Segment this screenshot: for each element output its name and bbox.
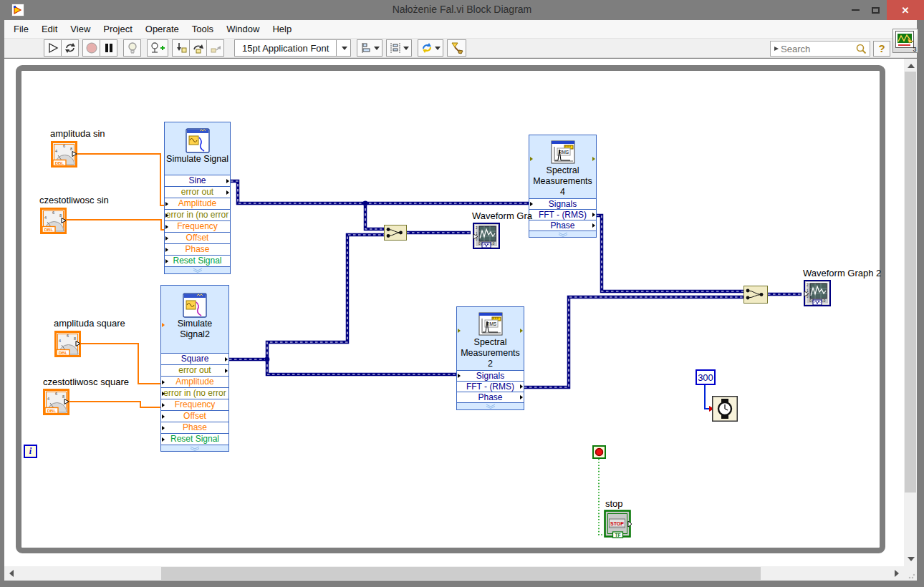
highlight-execution-button[interactable] — [123, 39, 141, 57]
terminal-fft-rms[interactable]: FFT - (RMS) — [456, 381, 524, 392]
run-continuously-button[interactable] — [61, 39, 79, 57]
font-selector-dropdown[interactable] — [336, 40, 350, 56]
menu-help[interactable]: Help — [266, 20, 298, 39]
terminal-error-out[interactable]: error out — [164, 186, 231, 198]
terminal-amplitude[interactable]: Amplitude — [160, 376, 229, 388]
terminal-error-in[interactable]: error in (no error — [160, 387, 229, 399]
terminal-phase[interactable]: Phase — [456, 392, 524, 403]
control-czestotliwosc-square[interactable]: 2 4 6 8 DBL — [43, 389, 69, 418]
pause-button[interactable] — [100, 39, 117, 57]
terminal-reset-signal[interactable]: Reset Signal — [164, 255, 231, 267]
scroll-down-icon[interactable] — [908, 557, 915, 561]
loop-condition-terminal[interactable] — [592, 445, 606, 462]
control-czestotliwosc-sin[interactable]: 2 4 6 8 DBL — [40, 208, 67, 237]
terminal-frequency[interactable]: Frequency — [160, 399, 229, 411]
search-input[interactable] — [779, 43, 855, 55]
control-amplituda-square[interactable]: 2 4 6 8 DBL — [54, 331, 81, 360]
chevron-down-icon — [342, 47, 347, 50]
terminal-signals[interactable]: Signals — [456, 370, 524, 382]
terminal-phase[interactable]: Phase — [529, 220, 597, 231]
merge-signals-1[interactable] — [384, 225, 407, 243]
step-out-button[interactable] — [206, 39, 224, 57]
spectral-measurements-icon: RMS — [549, 140, 577, 165]
input-arrow-icon — [162, 380, 165, 384]
menu-edit[interactable]: Edit — [35, 20, 64, 39]
menu-tools[interactable]: Tools — [186, 20, 220, 39]
block-simulate-signal-1[interactable]: Simulate Signal Sine error out Amplitude… — [164, 122, 231, 274]
menu-file[interactable]: File — [7, 20, 35, 39]
loop-iteration-terminal[interactable]: i — [24, 445, 37, 458]
reorder-button[interactable] — [418, 39, 443, 57]
block-spectral-measurements-4[interactable]: RMS Spectral Measurements 4 Signals FFT … — [529, 135, 597, 238]
stop-button-terminal[interactable]: STOP TF — [604, 510, 632, 541]
control-label-czestotliwosc-sin[interactable]: czestotliwosc sin — [39, 195, 109, 205]
expand-chevron-icon[interactable] — [161, 445, 228, 451]
expand-chevron-icon[interactable] — [529, 231, 596, 237]
close-button[interactable]: ✕ — [887, 0, 924, 20]
terminal-label: Offset — [186, 233, 209, 243]
indicator-label-waveform-graph-1[interactable]: Waveform Gra — [472, 210, 532, 221]
wait-ms-function[interactable] — [712, 396, 738, 425]
control-label-amplituda-sin[interactable]: amplituda sin — [50, 128, 105, 139]
help-button[interactable]: ? — [873, 41, 890, 57]
control-label-amplituda-square[interactable]: amplituda square — [54, 318, 125, 329]
menu-window[interactable]: Window — [220, 20, 266, 39]
block-spectral-measurements-2[interactable]: RMS Spectral Measurements 2 Signals FFT … — [456, 306, 524, 410]
align-objects-button[interactable] — [357, 39, 382, 57]
context-help-button[interactable]: 3 — [892, 29, 918, 53]
step-into-button[interactable] — [172, 39, 190, 57]
terminal-phase[interactable]: Phase — [160, 422, 229, 434]
terminal-frequency[interactable]: Frequency — [164, 220, 231, 233]
terminal-error-in[interactable]: error in (no error — [164, 209, 231, 221]
maximize-button[interactable] — [865, 0, 885, 20]
indicator-waveform-graph-2[interactable]: 210 0.01.0 — [804, 280, 831, 309]
run-button[interactable] — [44, 39, 62, 57]
scroll-up-icon[interactable] — [908, 64, 915, 68]
indicator-waveform-graph-1[interactable]: 210 0.01.0 — [473, 223, 500, 252]
stop-label[interactable]: stop — [605, 498, 623, 509]
constant-300[interactable]: 300 — [696, 369, 716, 385]
input-arrow-icon — [165, 248, 168, 252]
terminal-sine[interactable]: Sine — [164, 175, 231, 187]
step-over-button[interactable] — [189, 39, 207, 57]
terminal-offset[interactable]: Offset — [160, 410, 229, 422]
terminal-square[interactable]: Square — [160, 353, 229, 365]
vertical-scrollbar[interactable] — [904, 59, 917, 566]
terminal-fft-rms[interactable]: FFT - (RMS) — [529, 209, 597, 220]
vertical-scrollbar-thumb[interactable] — [905, 72, 916, 493]
input-arrow-icon — [165, 213, 168, 218]
input-arrow-icon — [458, 329, 461, 333]
horizontal-scrollbar[interactable] — [4, 566, 904, 581]
scroll-right-icon[interactable] — [895, 570, 899, 577]
font-selector[interactable]: 15pt Application Font — [234, 39, 351, 57]
menu-operate[interactable]: Operate — [139, 20, 186, 39]
terminal-error-out[interactable]: error out — [160, 364, 229, 377]
search-box[interactable] — [770, 41, 870, 57]
terminal-reset-signal[interactable]: Reset Signal — [160, 433, 229, 445]
merge-signals-2[interactable] — [743, 286, 768, 306]
wait-ms-icon — [712, 396, 738, 422]
resize-grip-icon[interactable] — [908, 572, 915, 579]
terminal-offset[interactable]: Offset — [164, 232, 231, 244]
menu-project[interactable]: Project — [97, 20, 138, 39]
while-loop-border[interactable] — [16, 65, 885, 553]
control-amplituda-sin[interactable]: 2 4 6 8 DBL — [51, 141, 77, 170]
minimize-button[interactable] — [845, 0, 865, 20]
horizontal-scrollbar-thumb[interactable] — [161, 567, 761, 580]
scroll-left-icon[interactable] — [9, 570, 14, 577]
block-simulate-signal-2[interactable]: Simulate Signal2 Square error out Amplit… — [160, 285, 229, 452]
cleanup-diagram-button[interactable] — [447, 39, 466, 57]
distribute-objects-button[interactable] — [386, 39, 412, 57]
terminal-signals[interactable]: Signals — [529, 198, 597, 210]
menu-view[interactable]: View — [64, 20, 97, 39]
expand-chevron-icon[interactable] — [457, 403, 524, 409]
output-arrow-icon — [225, 357, 228, 362]
control-label-czestotliwosc-square[interactable]: czestotliwosc square — [43, 377, 129, 387]
expand-chevron-icon[interactable] — [165, 267, 230, 273]
terminal-phase[interactable]: Phase — [164, 243, 231, 256]
abort-button[interactable] — [82, 39, 100, 57]
indicator-label-waveform-graph-2[interactable]: Waveform Graph 2 — [803, 268, 881, 278]
retain-wire-values-button[interactable] — [147, 39, 168, 57]
terminal-amplitude[interactable]: Amplitude — [164, 198, 231, 210]
title-bar[interactable]: Nałożenie Fal.vi Block Diagram ✕ — [0, 0, 924, 20]
